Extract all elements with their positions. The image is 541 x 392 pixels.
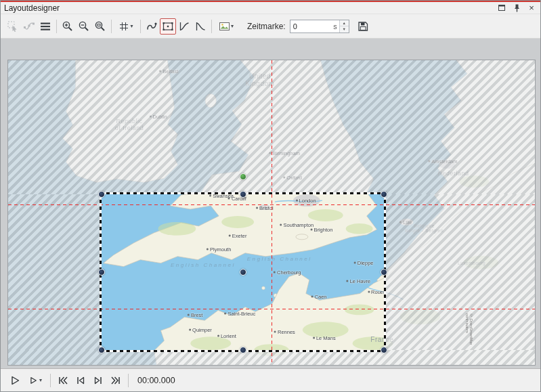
- selection-handle-w[interactable]: [98, 269, 105, 276]
- titlebar[interactable]: Layoutdesigner ×: [1, 2, 540, 14]
- save-button[interactable]: [355, 18, 371, 35]
- time-display: 00:00.000: [137, 376, 175, 385]
- skip-end-button[interactable]: [107, 372, 125, 389]
- transport-separator: [128, 374, 129, 387]
- toolbar-separator: [56, 20, 57, 33]
- panel-title: Layoutdesigner: [4, 3, 60, 13]
- zeitmarke-label: Zeitmarke:: [247, 22, 286, 31]
- slide-options-button[interactable]: ▾: [215, 18, 238, 35]
- fade-out-curve-icon[interactable]: [192, 18, 209, 35]
- selection-handle-sw[interactable]: [98, 347, 105, 353]
- out-of-frame-hatch: [8, 194, 102, 350]
- out-of-frame-hatch: [384, 194, 535, 350]
- selection-handle-s[interactable]: [240, 347, 246, 353]
- zoom-out-button[interactable]: [76, 18, 92, 35]
- fade-in-curve-icon[interactable]: [176, 18, 192, 35]
- selection-handle-n[interactable]: [240, 191, 246, 198]
- spin-down-button[interactable]: ▼: [340, 26, 349, 32]
- play-button[interactable]: [6, 372, 24, 389]
- motion-path-icon[interactable]: [144, 18, 160, 35]
- camera-pan-tool-button[interactable]: [160, 18, 176, 35]
- canvas-area: United KingdomRepublic of IrelandNederla…: [1, 39, 540, 368]
- grid-options-button[interactable]: ▾: [114, 18, 137, 35]
- toolbar-separator: [211, 20, 212, 33]
- map-attribution: © OpenStreetMap contributors: [465, 313, 473, 366]
- layoutdesigner-panel: Layoutdesigner ×: [0, 0, 541, 392]
- selection-handle-ne[interactable]: [381, 191, 387, 198]
- selection-center-handle[interactable]: [240, 269, 246, 276]
- map-stage[interactable]: United KingdomRepublic of IrelandNederla…: [7, 60, 536, 366]
- transport-separator: [50, 374, 51, 387]
- selection-handle-se[interactable]: [381, 347, 387, 353]
- toolbar-separator: [111, 20, 112, 33]
- toolbar-separator: [140, 20, 141, 33]
- zeitmarke-spinner: ▲ ▼: [339, 20, 349, 32]
- skip-start-button[interactable]: [54, 372, 72, 389]
- pin-icon[interactable]: [511, 3, 522, 13]
- zeitmarke-value[interactable]: 0: [290, 20, 334, 32]
- close-icon[interactable]: ×: [526, 3, 537, 13]
- spin-up-button[interactable]: ▲: [340, 20, 349, 27]
- zeitmarke-unit: s: [333, 20, 339, 32]
- step-back-button[interactable]: [72, 372, 89, 389]
- toolbar: ▾ ▾ Zeitmarke: 0 s ▲ ▼: [1, 14, 540, 39]
- zeitmarke-input[interactable]: 0 s ▲ ▼: [290, 20, 349, 33]
- transport-bar: ▾ 00:00.000: [1, 368, 540, 391]
- selection-handle-nw[interactable]: [98, 191, 105, 198]
- curve-nodes-icon[interactable]: [21, 18, 37, 35]
- selection-handle-e[interactable]: [381, 269, 387, 276]
- select-tool-button[interactable]: [5, 18, 21, 35]
- play-from-button[interactable]: ▾: [24, 372, 47, 389]
- titlebar-buttons: ×: [496, 3, 537, 13]
- rotation-handle[interactable]: [240, 173, 246, 180]
- zoom-fit-button[interactable]: [92, 18, 108, 35]
- layers-icon[interactable]: [37, 18, 53, 35]
- step-forward-button[interactable]: [89, 372, 107, 389]
- chevron-down-icon: ▾: [231, 23, 234, 29]
- float-window-icon[interactable]: [496, 3, 507, 13]
- zoom-in-button[interactable]: [60, 18, 76, 35]
- chevron-down-icon: ▾: [39, 377, 42, 383]
- chevron-down-icon: ▾: [130, 23, 133, 29]
- selection-frame[interactable]: [102, 194, 385, 350]
